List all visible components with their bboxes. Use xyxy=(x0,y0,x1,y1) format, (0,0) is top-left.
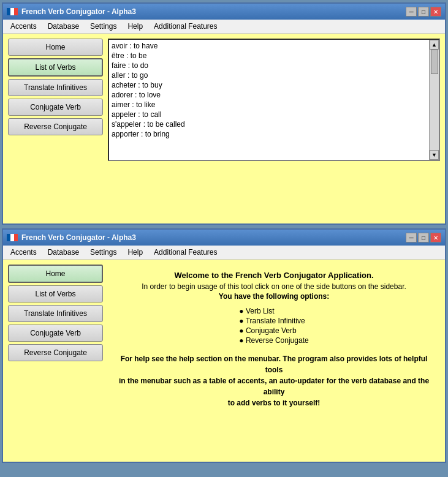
menu-settings-1[interactable]: Settings xyxy=(85,21,121,32)
list-item[interactable]: faire : to do xyxy=(110,61,428,70)
window-2: French Verb Conjugator - Alpha3 ─ □ ✕ Ac… xyxy=(2,228,446,463)
window-title-1: French Verb Conjugator - Alpha3 xyxy=(21,7,136,16)
sidebar-conjugate-1[interactable]: Conjugate Verb xyxy=(8,99,103,116)
menu-accents-1[interactable]: Accents xyxy=(6,21,42,32)
french-flag-icon-1 xyxy=(7,8,18,15)
close-button-1[interactable]: ✕ xyxy=(430,7,441,17)
list-item[interactable]: avoir : to have xyxy=(110,41,428,51)
window-title-2: French Verb Conjugator - Alpha3 xyxy=(21,233,136,242)
content-area-2: Home List of Verbs Translate Infinitives… xyxy=(3,260,445,462)
sidebar-translate-1[interactable]: Translate Infinitives xyxy=(8,79,103,96)
verb-list-box[interactable]: avoir : to have être : to be faire : to … xyxy=(109,40,429,160)
maximize-button-2[interactable]: □ xyxy=(418,233,429,242)
list-item[interactable]: aimer : to like xyxy=(110,100,428,110)
welcome-title: Welcome to the French Verb Conjugator Ap… xyxy=(114,271,434,280)
menu-accents-2[interactable]: Accents xyxy=(6,247,42,258)
verb-list-container: avoir : to have être : to be faire : to … xyxy=(108,39,440,161)
list-item[interactable]: apporter : to bring xyxy=(110,129,428,139)
footer-line-2: in the menubar such as a table of accent… xyxy=(119,377,429,396)
scroll-thumb[interactable] xyxy=(431,50,438,74)
title-bar-1: French Verb Conjugator - Alpha3 ─ □ ✕ xyxy=(3,4,445,20)
option-verb-list: Verb List xyxy=(239,307,308,315)
menubar-2: Accents Database Settings Help Additiona… xyxy=(3,246,445,260)
title-bar-left-2: French Verb Conjugator - Alpha3 xyxy=(7,233,136,242)
sidebar-home-1[interactable]: Home xyxy=(8,39,103,56)
list-item[interactable]: aller : to go xyxy=(110,70,428,80)
close-button-2[interactable]: ✕ xyxy=(430,233,441,242)
list-item[interactable]: acheter : to buy xyxy=(110,80,428,90)
sidebar-reverse-1[interactable]: Reverse Conjugate xyxy=(8,118,103,135)
option-reverse: Reverse Conjugate xyxy=(239,336,308,345)
options-list: Verb List Translate Infinitive Conjugate… xyxy=(239,306,308,346)
window-1: French Verb Conjugator - Alpha3 ─ □ ✕ Ac… xyxy=(2,2,446,225)
minimize-button-1[interactable]: ─ xyxy=(406,7,417,17)
list-item[interactable]: être : to be xyxy=(110,51,428,61)
sidebar-list-verbs-2[interactable]: List of Verbs xyxy=(8,285,103,302)
minimize-button-2[interactable]: ─ xyxy=(406,233,417,242)
footer-line-3: to add verbs to it yourself! xyxy=(228,399,321,407)
menu-help-2[interactable]: Help xyxy=(123,247,148,258)
sidebar-reverse-2[interactable]: Reverse Conjugate xyxy=(8,344,103,361)
welcome-footer: For help see the help section on the men… xyxy=(114,353,434,408)
sidebar-conjugate-2[interactable]: Conjugate Verb xyxy=(8,325,103,342)
french-flag-icon-2 xyxy=(7,234,18,241)
welcome-subtitle: In order to begin usage of this tool cli… xyxy=(114,282,434,291)
sidebar-list-verbs-1[interactable]: List of Verbs xyxy=(8,58,103,77)
scrollbar-1[interactable]: ▲ ▼ xyxy=(429,40,439,160)
menubar-1: Accents Database Settings Help Additiona… xyxy=(3,20,445,34)
scroll-track xyxy=(430,50,439,150)
content-area-1: Home List of Verbs Translate Infinitives… xyxy=(3,34,445,223)
menu-additional-features-2[interactable]: Additional Features xyxy=(149,247,222,258)
menu-additional-features-1[interactable]: Additional Features xyxy=(149,21,222,32)
footer-line-1: For help see the help section on the men… xyxy=(121,355,428,374)
sidebar-1: Home List of Verbs Translate Infinitives… xyxy=(8,39,103,219)
scroll-down-arrow[interactable]: ▼ xyxy=(430,150,439,160)
scroll-up-arrow[interactable]: ▲ xyxy=(430,40,439,50)
list-item[interactable]: adorer : to love xyxy=(110,90,428,100)
list-item[interactable]: s'appeler : to be called xyxy=(110,119,428,129)
menu-database-1[interactable]: Database xyxy=(43,21,84,32)
sidebar-home-2[interactable]: Home xyxy=(8,265,103,283)
menu-database-2[interactable]: Database xyxy=(43,247,84,258)
list-item[interactable]: appeler : to call xyxy=(110,110,428,119)
title-bar-left-1: French Verb Conjugator - Alpha3 xyxy=(7,7,136,16)
main-content-1: avoir : to have être : to be faire : to … xyxy=(108,39,440,219)
welcome-options-heading: You have the following options: xyxy=(114,292,434,301)
title-buttons-2: ─ □ ✕ xyxy=(406,233,441,242)
title-bar-2: French Verb Conjugator - Alpha3 ─ □ ✕ xyxy=(3,230,445,246)
sidebar-2: Home List of Verbs Translate Infinitives… xyxy=(8,265,103,457)
welcome-panel: Welcome to the French Verb Conjugator Ap… xyxy=(108,265,440,457)
option-translate: Translate Infinitive xyxy=(239,317,308,325)
menu-settings-2[interactable]: Settings xyxy=(85,247,121,258)
title-buttons-1: ─ □ ✕ xyxy=(406,7,441,17)
maximize-button-1[interactable]: □ xyxy=(418,7,429,17)
menu-help-1[interactable]: Help xyxy=(123,21,148,32)
option-conjugate: Conjugate Verb xyxy=(239,326,308,335)
sidebar-translate-2[interactable]: Translate Infinitives xyxy=(8,305,103,322)
